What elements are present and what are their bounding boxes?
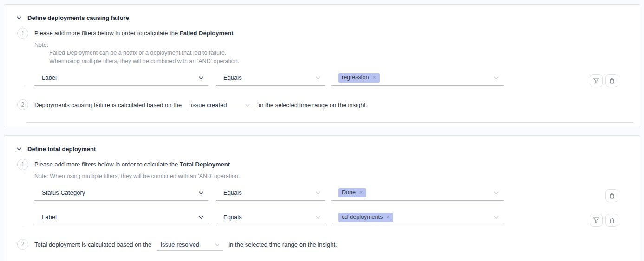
advanced-filter-button[interactable]	[590, 74, 603, 87]
step-connector-line	[23, 172, 23, 227]
step-number-badge: 1	[17, 159, 28, 170]
value-tag: cd-deployments✕	[338, 213, 393, 222]
step-connector-line	[23, 41, 23, 87]
step-number-badge: 2	[17, 99, 28, 110]
delete-filter-button[interactable]	[605, 189, 618, 202]
filter-operator-select[interactable]: Equals	[216, 185, 325, 201]
note-line: When using multiple filters, they will b…	[49, 57, 633, 66]
funnel-icon	[593, 77, 599, 84]
step-1: 1 Please add more filters below in order…	[4, 159, 640, 227]
filter-values-select[interactable]: cd-deployments✕	[331, 210, 504, 225]
chevron-down-icon	[494, 190, 499, 196]
chevron-down-icon	[245, 102, 250, 108]
filter-row: Status Category Equals Done✕	[34, 184, 633, 202]
value-tag: regression✕	[338, 73, 380, 83]
advanced-filter-button[interactable]	[590, 214, 603, 227]
filter-attribute-value: Label	[42, 214, 57, 221]
instruction-metric-name: Failed Deployment	[180, 30, 234, 37]
filter-values-select[interactable]: regression✕	[331, 70, 504, 86]
section-title: Define deployments causing failure	[27, 14, 129, 21]
filter-row: Label Equals cd-deployments✕	[34, 208, 633, 227]
filter-operator-select[interactable]: Equals	[216, 70, 325, 86]
filter-operator-value: Equals	[223, 214, 242, 221]
filter-operator-value: Equals	[223, 189, 242, 196]
section-total-deployment: Define total deployment 1 Please add mor…	[4, 135, 640, 261]
filter-row: Label Equals regression✕	[34, 69, 633, 87]
section-title: Define total deployment	[27, 146, 96, 153]
funnel-icon	[593, 217, 599, 223]
section-header-total-deployment[interactable]: Define total deployment	[4, 145, 640, 153]
chevron-down-icon	[494, 215, 499, 220]
value-tag-label: cd-deployments	[342, 214, 383, 221]
filter-attribute-select[interactable]: Label	[34, 70, 208, 86]
remove-tag-icon[interactable]: ✕	[372, 74, 376, 81]
calc-text-after: in the selected time range on the insigh…	[259, 100, 367, 111]
remove-tag-icon[interactable]: ✕	[386, 214, 390, 221]
note-line: Note: When using multiple filters, they …	[34, 172, 633, 180]
instruction-text: Please add more filters below in order t…	[34, 30, 180, 37]
chevron-down-icon	[315, 215, 321, 220]
value-tag: Done✕	[338, 188, 366, 197]
filter-attribute-select[interactable]: Status Category	[34, 185, 208, 201]
instruction-metric-name: Total Deployment	[180, 161, 230, 168]
step-number-badge: 1	[17, 28, 28, 39]
filter-operator-select[interactable]: Equals	[216, 210, 325, 225]
value-tag-label: regression	[342, 74, 369, 81]
filter-attribute-value: Status Category	[42, 189, 85, 196]
calc-basis-value: issue resolved	[161, 239, 199, 250]
section-deployments-causing-failure: Define deployments causing failure 1 Ple…	[4, 4, 640, 127]
step-2: 2 Total deployment is calculated based o…	[4, 239, 640, 251]
chevron-down-icon	[494, 75, 499, 81]
filter-values-select[interactable]: Done✕	[331, 185, 504, 201]
trash-icon	[609, 77, 615, 84]
calc-basis-select[interactable]: issue created	[187, 99, 253, 111]
value-tag-label: Done	[342, 189, 356, 196]
note-label: Note:	[34, 41, 633, 49]
delete-filter-button[interactable]	[605, 74, 618, 87]
delete-filter-button[interactable]	[605, 214, 618, 227]
filter-operator-value: Equals	[223, 74, 242, 81]
chevron-down-icon	[198, 75, 204, 81]
chevron-down-icon	[198, 215, 204, 220]
step-instruction: Please add more filters below in order t…	[34, 28, 633, 39]
step-instruction: Please add more filters below in order t…	[34, 159, 633, 170]
instruction-text: Please add more filters below in order t…	[34, 161, 180, 168]
note-line: Failed Deployment can be a hotfix or a d…	[49, 49, 633, 57]
chevron-down-icon	[198, 190, 204, 196]
chevron-down-icon	[215, 242, 220, 248]
calc-text-before: Total deployment is calculated based on …	[34, 239, 151, 250]
calc-basis-value: issue created	[191, 100, 227, 111]
calc-text-after: in the selected time range on the insigh…	[228, 239, 337, 250]
remove-tag-icon[interactable]: ✕	[359, 189, 363, 196]
calc-text-before: Deployments causing failure is calculate…	[34, 100, 182, 111]
step-number-badge: 2	[17, 239, 28, 250]
chevron-down-icon	[16, 146, 22, 152]
chevron-down-icon	[315, 190, 321, 196]
filter-attribute-value: Label	[42, 74, 57, 81]
trash-icon	[609, 217, 615, 223]
step-2: 2 Deployments causing failure is calcula…	[4, 99, 640, 111]
chevron-down-icon	[16, 15, 22, 20]
section-header-deployments-causing-failure[interactable]: Define deployments causing failure	[4, 14, 640, 21]
chevron-down-icon	[315, 75, 321, 81]
calc-basis-select[interactable]: issue resolved	[157, 239, 223, 251]
trash-icon	[609, 192, 615, 199]
filter-attribute-select[interactable]: Label	[34, 210, 208, 225]
step-1: 1 Please add more filters below in order…	[4, 28, 640, 87]
